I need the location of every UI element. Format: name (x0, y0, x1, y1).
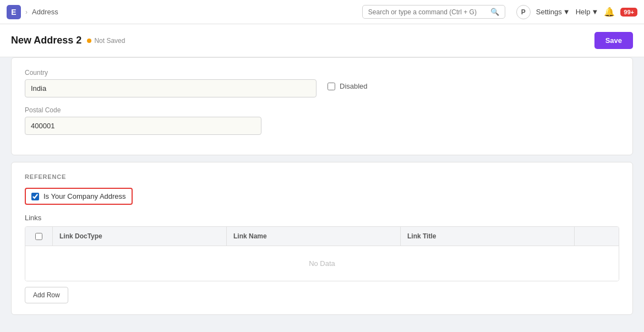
table-select-all-checkbox[interactable] (35, 233, 42, 240)
help-menu[interactable]: Help ▼ (576, 8, 599, 16)
search-input[interactable] (368, 8, 487, 16)
postal-code-row: Postal Code (25, 106, 619, 135)
country-field: Country (25, 69, 316, 97)
table-body: No Data (25, 246, 619, 281)
address-form-section: Country Disabled Postal Code (11, 57, 633, 155)
postal-code-field: Postal Code (25, 106, 261, 135)
help-chevron-icon: ▼ (591, 8, 598, 16)
page-title: New Address 2 (11, 35, 81, 46)
breadcrumb-chevron: › (25, 8, 28, 16)
country-label: Country (25, 69, 316, 77)
col-actions (575, 227, 619, 246)
company-address-checkbox-wrapper: Is Your Company Address (25, 188, 133, 205)
reference-section: REFERENCE Is Your Company Address Links … (11, 162, 633, 315)
table-check-column (25, 227, 53, 246)
search-bar[interactable]: 🔍 (362, 5, 505, 19)
top-navigation: E › Address 🔍 P Settings ▼ Help ▼ 🔔 99+ (0, 0, 644, 24)
notifications-bell-icon[interactable]: 🔔 (604, 7, 615, 17)
links-section-label: Links (25, 214, 619, 222)
nav-right-actions: P Settings ▼ Help ▼ 🔔 99+ (516, 5, 637, 19)
search-icon: 🔍 (490, 8, 499, 16)
country-row: Country Disabled (25, 69, 619, 97)
page-title-row: New Address 2 Not Saved (11, 35, 125, 46)
disabled-checkbox[interactable] (328, 83, 335, 90)
table-empty-message: No Data (25, 246, 619, 281)
postal-code-input[interactable] (25, 117, 261, 135)
settings-chevron-icon: ▼ (563, 8, 570, 16)
not-saved-label: Not Saved (94, 37, 125, 45)
add-row-button[interactable]: Add Row (25, 287, 68, 303)
links-table: Link DocType Link Name Link Title No Dat… (25, 226, 619, 281)
company-address-label: Is Your Company Address (43, 192, 126, 200)
not-saved-dot-icon (87, 39, 91, 43)
col-link-doctype: Link DocType (53, 227, 227, 246)
page-content: Country Disabled Postal Code REFERENCE I… (0, 57, 644, 332)
disabled-checkbox-row: Disabled (328, 69, 619, 92)
company-address-checkbox[interactable] (31, 193, 39, 200)
col-link-title: Link Title (401, 227, 575, 246)
table-header: Link DocType Link Name Link Title (25, 227, 619, 246)
app-logo: E (7, 5, 21, 19)
not-saved-status: Not Saved (87, 37, 125, 45)
notification-count-badge[interactable]: 99+ (620, 8, 637, 17)
profile-badge[interactable]: P (516, 5, 531, 19)
postal-code-label: Postal Code (25, 106, 261, 114)
breadcrumb-address[interactable]: Address (32, 8, 58, 16)
reference-section-title: REFERENCE (25, 173, 619, 180)
save-button[interactable]: Save (594, 32, 633, 49)
col-link-name: Link Name (227, 227, 401, 246)
settings-menu[interactable]: Settings ▼ (536, 8, 570, 16)
disabled-label: Disabled (340, 82, 368, 90)
country-input[interactable] (25, 79, 316, 97)
page-header: New Address 2 Not Saved Save (0, 24, 644, 57)
